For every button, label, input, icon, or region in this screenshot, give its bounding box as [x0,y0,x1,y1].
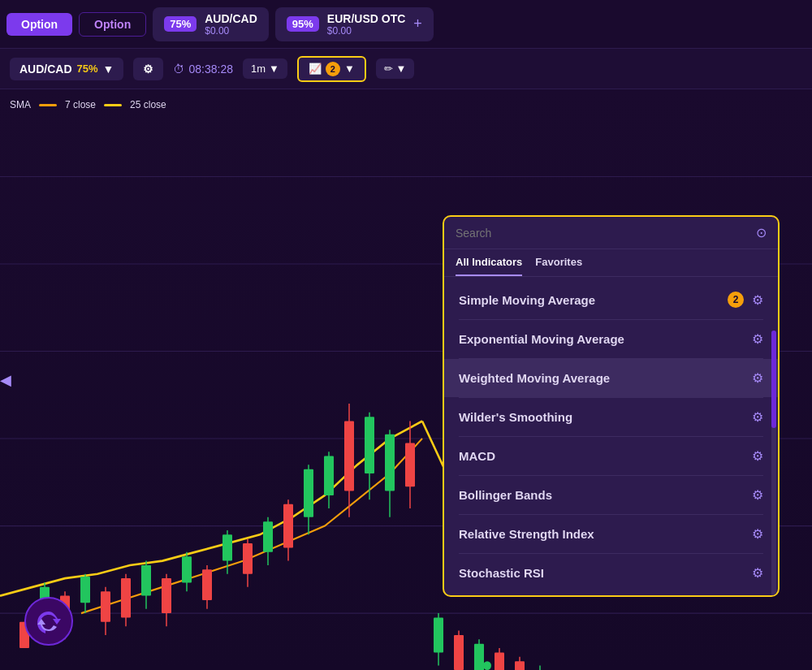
interval-selector[interactable]: 1m ▼ [243,58,287,79]
indicators-count-badge: 2 [326,62,340,76]
svg-rect-23 [182,556,192,582]
svg-rect-53 [495,652,504,670]
toolbar: AUD/CAD 75% ▼ ⚙ ⏱ 08:38:28 1m ▼ 📈 2 ▼ ✏ … [0,49,812,89]
gear-icon[interactable]: ⚙ [752,409,763,425]
indicator-name: Wilder's Smoothing [459,410,572,424]
indicator-actions: ⚙ [752,448,763,464]
drawing-icon: ✏ [384,63,393,75]
svg-rect-27 [222,534,232,560]
legend-line1-dot [39,104,57,106]
indicator-name: Weighted Moving Average [459,371,610,385]
svg-rect-19 [141,565,151,596]
tab-option-2[interactable]: Option [79,12,146,37]
gear-icon[interactable]: ⚙ [752,487,763,503]
svg-rect-43 [385,434,395,491]
clock-display: ⏱ 08:38:28 [173,63,233,76]
indicator-name: MACD [459,449,495,463]
asset-name-1: AUD/CAD [205,12,257,25]
indicators-chart-icon: 📈 [309,63,322,75]
chart-left-arrow[interactable]: ◀ [0,371,11,389]
indicator-actions: 2⚙ [728,292,763,308]
svg-rect-39 [344,421,354,491]
gear-icon[interactable]: ⚙ [752,331,763,347]
indicator-name: Exponential Moving Average [459,332,624,346]
svg-rect-35 [304,469,313,517]
indicator-row[interactable]: Exponential Moving Average⚙ [444,320,778,358]
indicator-count-badge: 2 [728,292,744,308]
drawing-arrow: ▼ [395,63,406,75]
gear-icon[interactable]: ⚙ [752,292,763,308]
svg-rect-15 [101,591,110,622]
indicators-arrow: ▼ [344,63,355,75]
svg-rect-37 [324,456,334,495]
indicators-dropdown: ⊙ All Indicators Favorites Simple Moving… [443,215,780,597]
chart-settings-button[interactable]: ⚙ [133,58,163,80]
gear-icon[interactable]: ⚙ [752,526,763,542]
asset-selector[interactable]: AUD/CAD 75% ▼ [10,58,123,80]
gear-icon[interactable]: ⚙ [752,370,763,386]
asset-pct-2: 95% [287,16,319,32]
indicator-actions: ⚙ [752,565,763,581]
indicator-name: Stochastic RSI [459,566,544,580]
indicator-row[interactable]: MACD⚙ [444,437,778,475]
asset-price-2: $0.00 [327,25,405,37]
svg-point-66 [483,661,491,670]
asset-card-2[interactable]: 95% EUR/USD OTC $0.00 + [275,7,434,41]
logo [24,597,73,646]
indicator-list: Simple Moving Average2⚙Exponential Movin… [444,277,778,595]
svg-rect-31 [263,521,273,552]
interval-arrow: ▼ [269,63,279,75]
svg-rect-25 [202,569,212,600]
time-display: 08:38:28 [188,63,233,76]
indicator-actions: ⚙ [752,370,763,386]
legend-line2-label: 25 close [130,99,166,110]
gear-icon[interactable]: ⚙ [752,448,763,464]
clock-icon: ⏱ [173,63,184,76]
legend-line2-dot [104,104,122,106]
tab-option-1[interactable]: Option [6,13,72,36]
svg-rect-41 [365,417,374,473]
asset-card-1[interactable]: 75% AUD/CAD $0.00 [153,7,269,41]
asset-selector-arrow: ▼ [103,63,114,76]
tab-favorites[interactable]: Favorites [535,256,582,276]
indicator-tabs: All Indicators Favorites [444,249,778,277]
indicator-row[interactable]: Relative Strength Index⚙ [444,515,778,553]
logo-icon [34,607,63,636]
add-asset-button[interactable]: + [413,15,422,32]
indicator-name: Relative Strength Index [459,527,594,541]
indicator-name: Simple Moving Average [459,293,595,307]
svg-rect-13 [80,577,90,603]
selected-asset-pct: 75% [77,63,98,75]
svg-rect-17 [121,578,131,617]
indicator-name: Bollinger Bands [459,488,552,502]
svg-rect-29 [243,543,253,574]
tab-all-indicators[interactable]: All Indicators [456,256,522,276]
selected-asset-label: AUD/CAD [19,63,72,76]
indicators-button[interactable]: 📈 2 ▼ [297,56,366,82]
search-bar: ⊙ [444,217,778,249]
settings-icon: ⚙ [143,63,153,76]
indicator-row[interactable]: Wilder's Smoothing⚙ [444,398,778,436]
svg-rect-51 [474,644,484,670]
indicator-actions: ⚙ [752,487,763,503]
indicator-row[interactable]: Simple Moving Average2⚙ [444,280,778,319]
drawing-tools-button[interactable]: ✏ ▼ [376,58,415,79]
scrollbar-thumb[interactable] [771,331,776,428]
indicator-row[interactable]: Weighted Moving Average⚙ [444,359,778,397]
scrollbar[interactable] [771,331,776,597]
asset-price-1: $0.00 [205,25,257,37]
legend-line1-label: 7 close [65,99,96,110]
svg-rect-45 [405,443,415,486]
svg-rect-21 [162,578,171,613]
chart-legend: SMA 7 close 25 close [10,99,166,110]
interval-value: 1m [251,63,266,75]
chart-area: SMA 7 close 25 close ◀ [0,89,812,670]
indicator-row[interactable]: Bollinger Bands⚙ [444,476,778,514]
indicator-actions: ⚙ [752,331,763,347]
gear-icon[interactable]: ⚙ [752,565,763,581]
search-input[interactable] [456,227,749,240]
indicator-row[interactable]: Stochastic RSI⚙ [444,554,778,592]
indicator-actions: ⚙ [752,526,763,542]
legend-label: SMA [10,99,31,110]
search-icon: ⊙ [756,225,767,240]
